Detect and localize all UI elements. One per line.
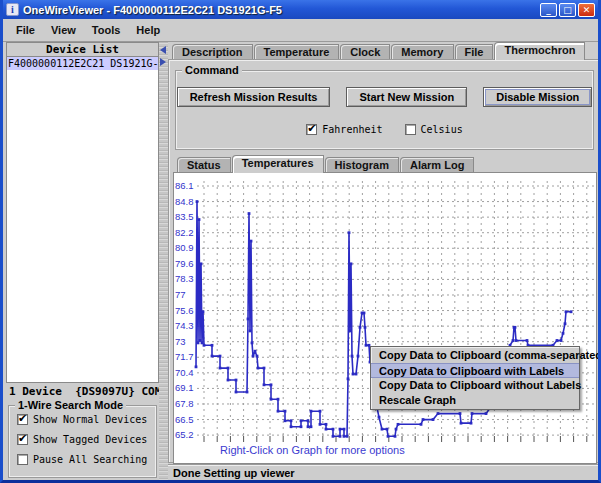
data-point-marker xyxy=(319,423,322,426)
data-point-marker xyxy=(300,425,303,428)
data-point-marker xyxy=(381,428,384,431)
show-normal-devices-checkbox[interactable] xyxy=(17,414,28,425)
maximize-button[interactable]: □ xyxy=(559,3,576,17)
show-tagged-devices-checkbox[interactable] xyxy=(17,434,28,445)
data-point-marker xyxy=(197,341,200,344)
temperature-graph-panel[interactable]: 86.184.883.582.280.979.678.37775.674.373… xyxy=(173,172,597,464)
y-axis-label: 78.3 xyxy=(175,273,194,284)
minimize-button[interactable]: _ xyxy=(540,3,557,17)
mission-results-tabpane: Status Temperatures Histogram Alarm Log … xyxy=(173,155,597,464)
data-point-marker xyxy=(420,423,423,426)
y-axis-label: 86.1 xyxy=(175,180,194,191)
show-normal-devices-row[interactable]: Show Normal Devices xyxy=(17,412,156,426)
tab-memory[interactable]: Memory xyxy=(391,44,453,60)
pause-all-searching-row[interactable]: Pause All Searching xyxy=(17,452,156,466)
data-point-marker xyxy=(564,322,567,325)
data-point-marker xyxy=(263,383,266,386)
data-point-marker xyxy=(211,344,214,347)
y-axis-label: 84.8 xyxy=(175,196,194,207)
fahrenheit-checkbox[interactable] xyxy=(306,124,317,135)
menu-view[interactable]: View xyxy=(44,21,83,39)
menu-item-copy-without-labels[interactable]: Copy Data to Clipboard without Labels xyxy=(371,378,579,393)
data-point-marker xyxy=(359,326,362,329)
start-new-mission-button[interactable]: Start New Mission xyxy=(346,87,467,107)
splitter-collapse-left-icon[interactable] xyxy=(160,46,166,54)
pause-all-searching-label: Pause All Searching xyxy=(33,454,147,465)
data-point-marker xyxy=(357,355,360,358)
y-axis-label: 65.2 xyxy=(175,429,194,440)
search-mode-title: 1-Wire Search Mode xyxy=(15,399,126,411)
data-point-marker xyxy=(300,419,303,422)
tab-temperature[interactable]: Temperature xyxy=(254,44,340,60)
data-point-marker xyxy=(512,339,515,342)
data-point-marker xyxy=(339,428,342,431)
panel-splitter[interactable] xyxy=(159,42,168,480)
y-axis-label: 83.5 xyxy=(175,211,194,222)
tab-status[interactable]: Status xyxy=(177,157,231,173)
menu-file[interactable]: File xyxy=(9,21,42,39)
data-point-marker xyxy=(526,339,529,342)
data-point-marker xyxy=(348,231,351,234)
menu-item-copy-with-labels[interactable]: Copy Data to Clipboard with Labels xyxy=(371,363,579,378)
tab-file[interactable]: File xyxy=(455,44,494,60)
data-point-marker xyxy=(290,425,293,428)
menu-item-rescale-graph[interactable]: Rescale Graph xyxy=(371,393,579,408)
data-point-marker xyxy=(247,318,250,321)
pause-all-searching-checkbox[interactable] xyxy=(17,454,28,465)
window-title: OneWireViewer - F4000000112E2C21 DS1921G… xyxy=(23,4,540,16)
data-point-marker xyxy=(199,339,202,342)
command-title: Command xyxy=(182,64,242,76)
data-point-marker xyxy=(394,435,397,438)
data-point-marker xyxy=(196,200,199,203)
data-point-marker xyxy=(290,419,293,422)
device-list-item-selected[interactable]: F4000000112E2C21 DS1921G-F5 xyxy=(7,57,158,70)
data-point-marker xyxy=(219,367,222,370)
show-tagged-devices-row[interactable]: Show Tagged Devices xyxy=(17,432,156,446)
data-point-marker xyxy=(310,425,313,428)
data-point-marker xyxy=(235,379,238,382)
celsius-option[interactable]: Celsius xyxy=(405,124,463,135)
data-point-marker xyxy=(284,410,287,413)
data-point-marker xyxy=(211,355,214,358)
title-bar[interactable]: i OneWireViewer - F4000000112E2C21 DS192… xyxy=(3,0,598,19)
data-point-marker xyxy=(251,341,254,344)
tab-clock[interactable]: Clock xyxy=(340,44,390,60)
close-button[interactable]: ✕ xyxy=(578,3,595,17)
data-point-marker xyxy=(395,428,398,431)
tab-temperatures[interactable]: Temperatures xyxy=(232,155,324,173)
tab-description[interactable]: Description xyxy=(172,44,253,60)
data-point-marker xyxy=(378,416,381,419)
tab-alarm-log[interactable]: Alarm Log xyxy=(400,157,474,173)
menu-item-copy-comma-separated[interactable]: Copy Data to Clipboard (comma-separated) xyxy=(371,348,579,363)
refresh-mission-results-button[interactable]: Refresh Mission Results xyxy=(177,87,331,107)
data-point-marker xyxy=(227,367,230,370)
data-point-marker xyxy=(460,422,463,425)
tab-thermochron[interactable]: Thermochron xyxy=(494,42,585,60)
data-point-marker xyxy=(277,410,280,413)
data-point-marker xyxy=(254,350,257,353)
data-point-marker xyxy=(351,355,354,358)
data-point-marker xyxy=(310,410,313,413)
data-point-marker xyxy=(570,310,573,313)
fahrenheit-option[interactable]: Fahrenheit xyxy=(306,124,382,135)
data-point-marker xyxy=(339,435,342,438)
graph-hint-text: Right-Click on Graph for more options xyxy=(220,444,405,456)
device-list[interactable]: F4000000112E2C21 DS1921G-F5 xyxy=(6,57,159,383)
data-point-marker xyxy=(219,355,222,358)
data-point-marker xyxy=(397,423,400,426)
show-tagged-devices-label: Show Tagged Devices xyxy=(33,434,147,445)
celsius-checkbox[interactable] xyxy=(405,124,416,135)
fahrenheit-label: Fahrenheit xyxy=(322,124,382,135)
disable-mission-button[interactable]: Disable Mission xyxy=(483,87,592,107)
y-axis-label: 74.3 xyxy=(175,320,194,331)
tab-histogram[interactable]: Histogram xyxy=(325,157,399,173)
y-axis-label: 67.8 xyxy=(175,398,194,409)
data-point-marker xyxy=(515,339,518,342)
splitter-collapse-right-icon[interactable] xyxy=(160,58,166,66)
data-point-marker xyxy=(250,240,253,243)
menu-tools[interactable]: Tools xyxy=(85,21,128,39)
command-groupbox: Command Refresh Mission Results Start Ne… xyxy=(175,70,594,150)
menu-help[interactable]: Help xyxy=(129,21,167,39)
data-point-marker xyxy=(364,326,367,329)
y-axis-label: 79.6 xyxy=(175,258,194,269)
